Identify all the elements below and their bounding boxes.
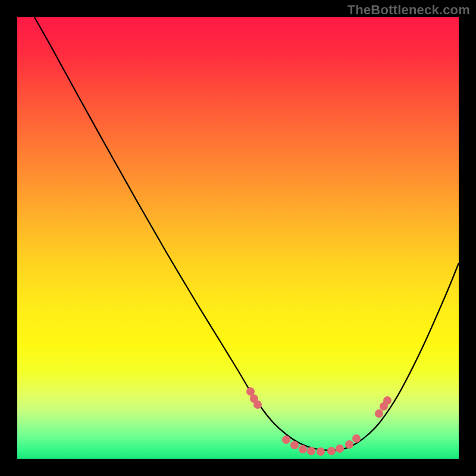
bottleneck-curve bbox=[35, 17, 459, 450]
curve-marker bbox=[290, 441, 299, 449]
curve-marker bbox=[246, 387, 255, 396]
plot-area bbox=[17, 17, 459, 459]
chart-frame: TheBottleneck.com bbox=[0, 0, 476, 476]
watermark-text: TheBottleneck.com bbox=[347, 2, 470, 18]
curve-layer bbox=[17, 17, 459, 459]
curve-marker bbox=[299, 445, 307, 453]
marker-group bbox=[246, 387, 392, 456]
curve-marker bbox=[327, 447, 336, 455]
curve-marker bbox=[253, 400, 262, 409]
curve-marker bbox=[375, 409, 383, 418]
curve-marker bbox=[352, 434, 361, 443]
curve-marker bbox=[336, 444, 344, 453]
curve-marker bbox=[383, 396, 392, 405]
curve-marker bbox=[345, 440, 353, 449]
curve-marker bbox=[282, 436, 290, 444]
curve-marker bbox=[317, 447, 325, 456]
curve-marker bbox=[307, 447, 315, 455]
